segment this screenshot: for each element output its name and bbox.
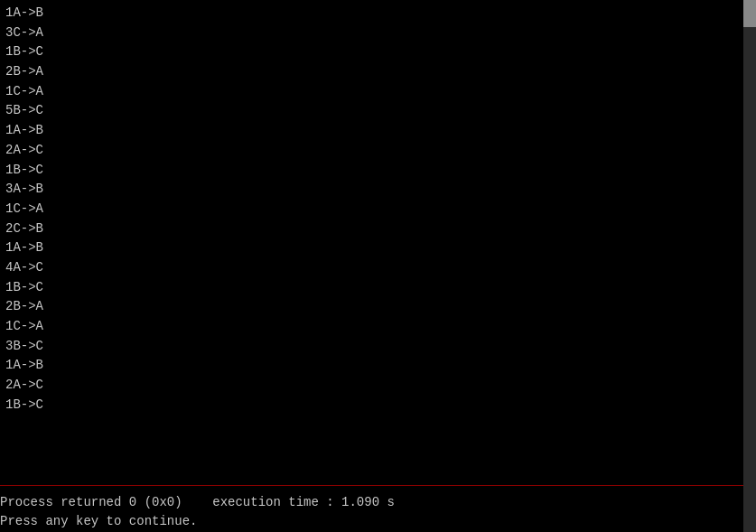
output-line: 1C->A xyxy=(5,82,738,102)
output-line: 1A->B xyxy=(5,121,738,141)
output-line: 1A->B xyxy=(5,356,738,376)
output-line: 1B->C xyxy=(5,161,738,181)
output-line: 1B->C xyxy=(5,42,738,62)
output-line: 5B->C xyxy=(5,101,738,121)
continue-line: Press any key to continue. xyxy=(0,512,743,532)
output-line: 2A->C xyxy=(5,376,738,396)
scrollbar-thumb[interactable] xyxy=(743,0,756,27)
output-area: 1A->B3C->A1B->C2B->A1C->A5B->C1A->B2A->C… xyxy=(5,4,738,415)
output-line: 1C->A xyxy=(5,200,738,219)
output-line: 2B->A xyxy=(5,62,738,82)
terminal-window: 1A->B3C->A1B->C2B->A1C->A5B->C1A->B2A->C… xyxy=(0,0,756,532)
bottom-bar: Process returned 0 (0x0) execution time … xyxy=(0,485,743,532)
output-line: 1B->C xyxy=(5,396,738,415)
output-line: 3C->A xyxy=(5,23,738,43)
output-line: 2B->A xyxy=(5,297,738,317)
output-line: 1A->B xyxy=(5,4,738,23)
output-line: 1C->A xyxy=(5,317,738,337)
output-line: 1B->C xyxy=(5,278,738,298)
output-line: 3A->B xyxy=(5,180,738,200)
scrollbar[interactable] xyxy=(743,0,756,532)
output-line: 4A->C xyxy=(5,258,738,278)
output-line: 2A->C xyxy=(5,141,738,161)
output-line: 3B->C xyxy=(5,337,738,357)
output-line: 1A->B xyxy=(5,238,738,258)
output-line: 2C->B xyxy=(5,219,738,239)
status-line: Process returned 0 (0x0) execution time … xyxy=(0,493,743,513)
